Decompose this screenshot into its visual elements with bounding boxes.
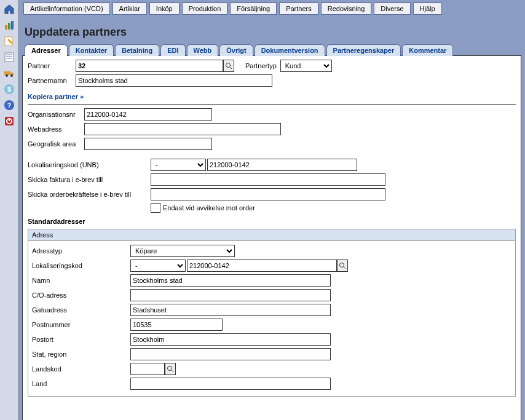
top-nav: Artikelinformation (VCD) Artiklar Inköp … [18,0,525,17]
home-icon[interactable] [2,2,16,16]
landskod-label: Landskod [32,365,130,373]
postort-input[interactable] [130,333,331,346]
webadress-input[interactable] [84,123,281,135]
tab-kommentar[interactable]: Kommentar [402,44,453,56]
nav-inkop[interactable]: Inköp [149,2,180,15]
tabs: Adresser Kontakter Betalning EDI Webb Öv… [18,44,525,55]
co-label: C/O-adress [32,291,130,299]
orderbek-label: Skicka orderbekräftelse i e-brev till [28,191,151,198]
svg-line-23 [344,267,345,269]
dollar-icon[interactable]: $ [2,82,16,96]
nav-produktion[interactable]: Produktion [182,2,228,15]
svg-rect-1 [5,25,7,30]
unb-input[interactable] [207,159,357,171]
webadress-label: Webadress [28,125,84,133]
lokkod-input[interactable] [187,260,337,272]
nav-redovisning[interactable]: Redovisning [321,2,372,15]
orgnr-input[interactable] [84,108,212,121]
partnertyp-label: Partnertyp [245,62,277,69]
help-icon[interactable]: ? [2,98,16,112]
tab-betalning[interactable]: Betalning [115,44,159,56]
svg-point-20 [226,63,231,68]
namn-label: Namn [32,277,130,284]
tab-dokumentversion[interactable]: Dokumentversion [255,44,325,56]
svg-rect-9 [4,71,10,75]
postnr-label: Postnummer [32,321,130,328]
geoarea-label: Geografisk area [28,140,84,148]
partner-label: Partner [28,62,76,69]
svg-line-25 [172,370,173,372]
postort-label: Postort [32,336,130,343]
faktura-input[interactable] [151,173,385,186]
partnernamn-input[interactable] [76,74,272,87]
addresstyp-label: Adresstyp [32,247,130,255]
power-icon[interactable] [2,114,16,128]
land-input[interactable] [130,378,331,390]
tab-ovrigt[interactable]: Övrigt [219,44,253,56]
nav-forsaljning[interactable]: Försäljning [230,2,277,15]
namn-input[interactable] [130,274,331,287]
tab-webb[interactable]: Webb [187,44,219,56]
lokkod-select[interactable]: - [130,260,186,272]
svg-rect-5 [5,53,14,61]
partner-input[interactable] [76,60,223,72]
svg-marker-0 [5,5,14,14]
faktura-label: Skicka faktura i e-brev till [28,176,151,183]
svg-point-11 [6,74,8,77]
gatu-input[interactable] [130,304,331,316]
unb-select[interactable]: - [151,159,206,171]
stdadresser-heading: Standardadresser [28,218,516,225]
stat-input[interactable] [130,348,331,360]
svg-point-12 [10,74,13,77]
avvikelse-checkbox[interactable] [151,203,160,213]
gatu-label: Gatuadress [32,306,130,314]
lokkod-search-button[interactable] [337,260,348,272]
truck-icon[interactable] [2,66,16,80]
svg-rect-2 [8,23,10,30]
landskod-input[interactable] [130,363,165,375]
tab-edi[interactable]: EDI [160,44,185,56]
addresstyp-select[interactable]: Köpare [130,245,235,257]
land-label: Land [32,380,130,387]
postnr-input[interactable] [130,319,223,331]
nav-artikelinfo[interactable]: Artikelinformation (VCD) [23,2,110,15]
partnernamn-label: Partnernamn [28,77,76,84]
partnertyp-select[interactable]: Kund [280,60,332,72]
partner-search-button[interactable] [223,60,234,72]
svg-text:?: ? [7,101,11,109]
landskod-search-button[interactable] [165,363,176,375]
tab-adresser[interactable]: Adresser [25,44,68,56]
tab-partneregenskaper[interactable]: Partneregenskaper [326,44,401,56]
svg-point-24 [168,367,172,371]
address-box-title: Adress [28,229,515,241]
co-input[interactable] [130,289,331,301]
lokkod-label: Lokaliseringskod [32,262,130,269]
orderbek-input[interactable] [151,188,385,200]
orgnr-label: Organisationsnr [28,111,84,118]
svg-line-21 [230,67,232,69]
svg-rect-3 [11,21,14,30]
geoarea-input[interactable] [84,138,212,150]
content-panel: Partner Partnertyp Kund Partnernamn Kopi… [22,55,521,420]
list-icon[interactable] [2,50,16,64]
svg-point-22 [340,263,344,267]
nav-partners[interactable]: Partners [279,2,318,15]
chart-icon[interactable] [2,18,16,32]
unb-label: Lokaliseringskod (UNB) [28,161,151,168]
edit-icon[interactable] [2,34,16,48]
kopiera-partner-link[interactable]: Kopiera partner » [28,93,84,100]
page-title: Uppdatera partners [18,17,525,44]
svg-text:$: $ [7,85,10,93]
nav-hjalp[interactable]: Hjälp [413,2,442,15]
stat-label: Stat, region [32,351,130,358]
nav-artiklar[interactable]: Artiklar [112,2,147,15]
sidebar: $ ? [0,0,18,420]
tab-kontakter[interactable]: Kontakter [69,44,114,56]
avvikelse-label: Endast vid avvikelse mot order [163,204,255,212]
address-box: Adress Adresstyp Köpare Lokaliseringskod… [28,229,516,397]
nav-diverse[interactable]: Diverse [374,2,410,15]
